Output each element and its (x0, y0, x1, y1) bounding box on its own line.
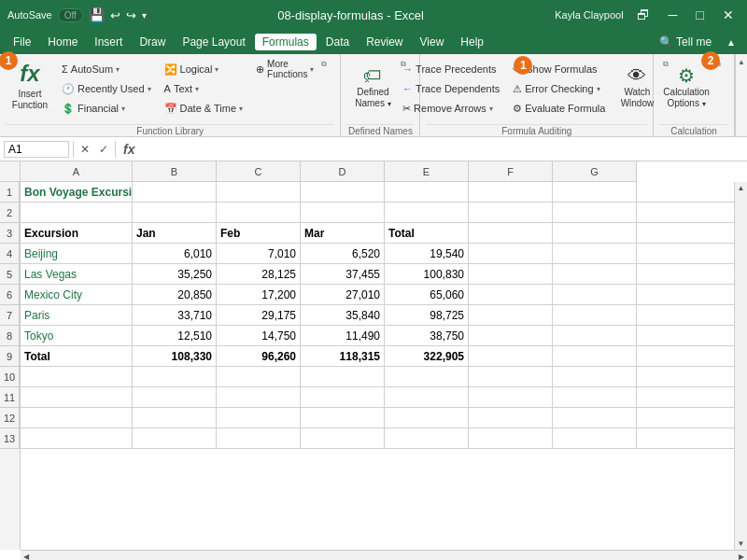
cell-b3[interactable]: Jan (133, 223, 217, 243)
maximize-icon[interactable]: □ (691, 6, 710, 24)
autosave-toggle[interactable]: Off (58, 8, 83, 22)
search-tellme[interactable]: 🔍 Tell me (652, 34, 719, 50)
row-header-5[interactable]: 5 (0, 264, 20, 285)
menu-help[interactable]: Help (453, 34, 491, 50)
close-icon[interactable]: ✕ (717, 6, 740, 24)
cell-g2[interactable] (553, 203, 637, 222)
cell-c11[interactable] (217, 387, 301, 407)
insert-function-button[interactable]: 1 fx InsertFunction (6, 58, 54, 116)
logical-button[interactable]: 🔀 Logical ▾ (159, 60, 249, 78)
cell-a8[interactable]: Tokyo (21, 326, 133, 345)
horizontal-scrollbar[interactable]: ◀ ▶ (21, 550, 747, 560)
cell-f10[interactable] (469, 367, 553, 386)
col-header-c[interactable]: C (217, 161, 301, 182)
cell-g10[interactable] (553, 367, 637, 386)
ribbon-expand-btn[interactable]: ▲ (735, 54, 747, 136)
undo-icon[interactable]: ↩ (110, 8, 120, 22)
cell-c3[interactable]: Feb (217, 223, 301, 243)
cell-f2[interactable] (469, 203, 553, 222)
cell-a9[interactable]: Total (21, 346, 133, 366)
minimize-icon[interactable]: ─ (663, 6, 684, 24)
scroll-left-btn[interactable]: ◀ (21, 551, 32, 560)
remove-arrows-button[interactable]: ✂ Remove Arrows ▾ (397, 99, 505, 118)
cell-g3[interactable] (553, 223, 637, 243)
text-button[interactable]: A Text ▾ (159, 79, 249, 98)
scroll-up-btn[interactable]: ▲ (736, 182, 747, 194)
cell-c6[interactable]: 17,200 (217, 285, 301, 304)
cell-c8[interactable]: 14,750 (217, 326, 301, 345)
cell-b12[interactable] (133, 408, 217, 427)
cell-e11[interactable] (385, 387, 469, 407)
row-header-8[interactable]: 8 (0, 326, 20, 346)
cell-g4[interactable] (553, 244, 637, 263)
cell-f11[interactable] (469, 387, 553, 407)
recently-used-button[interactable]: 🕐 Recently Used ▾ (56, 79, 157, 98)
cell-d8[interactable]: 11,490 (301, 326, 385, 345)
row-header-10[interactable]: 10 (0, 367, 20, 387)
ribbon-collapse-icon[interactable]: ▲ (721, 35, 741, 49)
menu-review[interactable]: Review (359, 34, 410, 50)
cell-a10[interactable] (21, 367, 133, 386)
row-header-13[interactable]: 13 (0, 428, 20, 449)
menu-data[interactable]: Data (318, 34, 357, 50)
cell-f4[interactable] (469, 244, 553, 263)
row-header-2[interactable]: 2 (0, 203, 20, 223)
menu-view[interactable]: View (413, 34, 452, 50)
menu-formulas[interactable]: Formulas (255, 34, 317, 50)
cell-g12[interactable] (553, 408, 637, 427)
cell-c5[interactable]: 28,125 (217, 264, 301, 284)
cell-a1[interactable]: Bon Voyage Excursions (21, 182, 133, 202)
cell-b5[interactable]: 35,250 (133, 264, 217, 284)
cell-c9[interactable]: 96,260 (217, 346, 301, 366)
financial-button[interactable]: 💲 Financial ▾ (56, 99, 157, 118)
error-checking-button[interactable]: ⚠ Error Checking ▾ (507, 79, 611, 98)
scroll-track[interactable] (735, 194, 747, 538)
menu-insert[interactable]: Insert (87, 34, 130, 50)
cell-e10[interactable] (385, 367, 469, 386)
cell-c4[interactable]: 7,010 (217, 244, 301, 263)
quick-access-more[interactable]: ▾ (142, 10, 147, 21)
cell-a7[interactable]: Paris (21, 305, 133, 325)
autosum-button[interactable]: Σ AutoSum ▾ (56, 60, 157, 78)
cell-b13[interactable] (133, 428, 217, 448)
cell-d11[interactable] (301, 387, 385, 407)
cell-g13[interactable] (553, 428, 637, 448)
cell-b9[interactable]: 108,330 (133, 346, 217, 366)
row-header-7[interactable]: 7 (0, 305, 20, 326)
row-header-12[interactable]: 12 (0, 408, 20, 428)
trace-precedents-button[interactable]: → Trace Precedents (397, 60, 505, 78)
name-box[interactable]: A1 (4, 141, 69, 158)
cell-e1[interactable] (385, 182, 469, 202)
col-header-e[interactable]: E (385, 161, 469, 182)
cell-b10[interactable] (133, 367, 217, 386)
cell-a6[interactable]: Mexico City (21, 285, 133, 304)
row-header-11[interactable]: 11 (0, 387, 20, 408)
cell-f5[interactable] (469, 264, 553, 284)
col-header-a[interactable]: A (21, 161, 133, 182)
row-header-1[interactable]: 1 (0, 182, 20, 203)
cell-b4[interactable]: 6,010 (133, 244, 217, 263)
cell-e12[interactable] (385, 408, 469, 427)
scroll-right-btn[interactable]: ▶ (736, 551, 747, 560)
menu-draw[interactable]: Draw (132, 34, 173, 50)
defined-names-button[interactable]: 🏷 DefinedNames ▾ (346, 58, 399, 116)
confirm-formula-btn[interactable]: ✓ (96, 142, 111, 157)
cell-e3[interactable]: Total (385, 223, 469, 243)
cell-b1[interactable] (133, 182, 217, 202)
menu-file[interactable]: File (6, 34, 38, 50)
cell-e7[interactable]: 98,725 (385, 305, 469, 325)
cell-d2[interactable] (301, 203, 385, 222)
cell-g1[interactable] (553, 182, 637, 202)
cell-d7[interactable]: 35,840 (301, 305, 385, 325)
col-header-f[interactable]: F (469, 161, 553, 182)
datetime-button[interactable]: 📅 Date & Time ▾ (159, 99, 249, 118)
cell-d1[interactable] (301, 182, 385, 202)
cell-d4[interactable]: 6,520 (301, 244, 385, 263)
h-scroll-track[interactable] (32, 551, 736, 560)
cell-f8[interactable] (469, 326, 553, 345)
cancel-formula-btn[interactable]: ✕ (78, 142, 92, 157)
cell-e8[interactable]: 38,750 (385, 326, 469, 345)
save-icon[interactable]: 💾 (89, 7, 105, 22)
cell-g9[interactable] (553, 346, 637, 366)
cell-d10[interactable] (301, 367, 385, 386)
